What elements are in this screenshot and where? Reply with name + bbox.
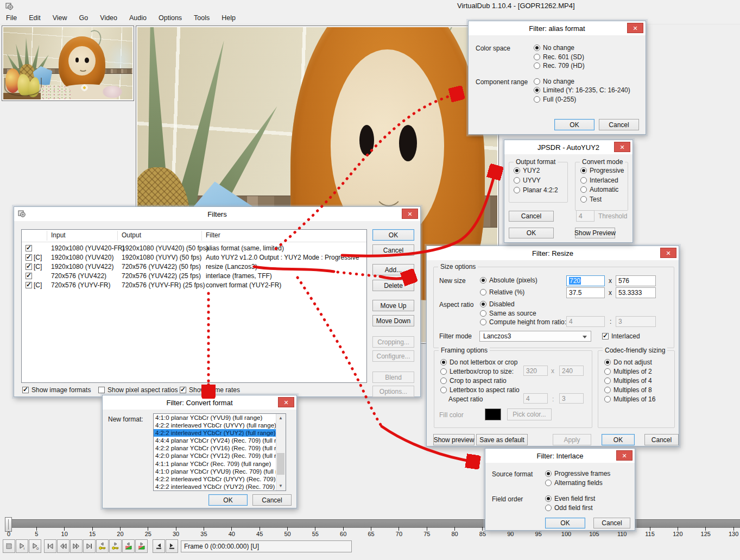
radio-progressive[interactable]: Progressive xyxy=(580,166,624,174)
radio-automatic[interactable]: Automatic xyxy=(580,185,618,193)
menu-options[interactable]: Options xyxy=(153,12,188,24)
filter-mode-dropdown[interactable]: Lanczos3 xyxy=(479,331,591,342)
close-icon[interactable]: ✕ xyxy=(627,23,643,33)
close-icon[interactable]: ✕ xyxy=(660,248,676,258)
ok-button[interactable]: OK xyxy=(545,518,585,528)
radio-planar422[interactable]: Planar 4:2:2 xyxy=(514,186,558,194)
ok-button[interactable]: OK xyxy=(208,494,248,506)
mark-out-button[interactable] xyxy=(166,539,178,553)
cancel-button[interactable]: Cancel xyxy=(599,119,639,130)
ok-button[interactable]: OK xyxy=(509,228,554,238)
scrollbar[interactable]: ▲ ▼ xyxy=(276,414,286,490)
radio-same-as-source[interactable]: Same as source xyxy=(480,309,536,317)
letterbox-w-input[interactable]: 320 xyxy=(523,366,548,376)
list-item[interactable]: 4:1:0 planar YCbCr (YVU9) (full range) xyxy=(154,414,286,421)
radio-multiples-2[interactable]: Multiples of 2 xyxy=(604,367,652,375)
next-scene-button[interactable] xyxy=(135,539,148,553)
play-output-button[interactable]: O xyxy=(29,539,41,553)
list-item[interactable]: 4:2:2 interleaved YCbCr (UYVY) (full ran… xyxy=(154,421,286,429)
delete-button[interactable]: Delete xyxy=(372,280,414,291)
radio-range-full[interactable]: Full (0-255) xyxy=(534,95,576,103)
list-item[interactable]: 4:1:0 planar YCbCr (YVU9) (Rec. 709) (fu… xyxy=(154,468,286,475)
cancel-button[interactable]: Cancel xyxy=(593,518,630,528)
rel-width-input[interactable]: 37.5 xyxy=(566,287,605,298)
radio-letterbox-size[interactable]: Letterbox/crop to size: xyxy=(440,367,514,375)
menu-go[interactable]: Go xyxy=(73,12,94,24)
menu-edit[interactable]: Edit xyxy=(23,12,47,24)
menu-audio[interactable]: Audio xyxy=(123,12,153,24)
radio-odd-field-first[interactable]: Odd field first xyxy=(545,504,593,512)
blend-button[interactable]: Blend xyxy=(372,372,414,383)
filter-enabled-checkbox[interactable] xyxy=(26,273,32,279)
show-frame-rates-checkbox[interactable]: Show frame rates xyxy=(180,386,240,394)
list-item[interactable]: 4:4:4 planar YCbCr (YV24) (Rec. 709) (fu… xyxy=(154,437,286,444)
list-item[interactable]: 4:2:2 interleaved YCbCr (UYVY) (Rec. 709… xyxy=(154,475,286,483)
cancel-button[interactable]: Cancel xyxy=(509,211,554,222)
scrollbar-thumb[interactable] xyxy=(277,453,284,475)
radio-do-not-adjust[interactable]: Do not adjust xyxy=(604,358,652,366)
radio-uyvy[interactable]: UYVY xyxy=(514,176,541,184)
save-default-button[interactable]: Save as default xyxy=(476,434,528,445)
close-icon[interactable]: ✕ xyxy=(278,397,294,407)
close-icon[interactable]: ✕ xyxy=(402,209,418,219)
table-row[interactable]: 720x576 (YUV422) 720x576 (YUV422) (25 fp… xyxy=(22,272,366,281)
options-button[interactable]: Options... xyxy=(372,386,414,397)
pick-color-button[interactable]: Pick color... xyxy=(507,408,552,420)
stop-button[interactable] xyxy=(3,539,15,553)
close-icon[interactable]: ✕ xyxy=(616,450,633,461)
radio-rec709[interactable]: Rec. 709 (HD) xyxy=(534,61,585,70)
table-row[interactable]: [C] 1920x1080 (YUV420) 1920x1080 (YUYV) … xyxy=(22,253,366,262)
filter-enabled-checkbox[interactable] xyxy=(26,263,32,270)
rel-height-input[interactable]: 53.3333 xyxy=(616,287,656,298)
radio-rec601[interactable]: Rec. 601 (SD) xyxy=(534,53,584,61)
ok-button[interactable]: OK xyxy=(554,119,594,130)
show-pixel-aspect-checkbox[interactable]: Show pixel aspect ratios xyxy=(98,386,178,394)
menu-video[interactable]: Video xyxy=(94,12,123,24)
add-button[interactable]: Add... xyxy=(372,264,414,275)
radio-interlaced[interactable]: Interlaced xyxy=(580,176,618,184)
table-row[interactable]: 1920x1080 (YUV420-FR) 1920x1080 (YUV420)… xyxy=(22,244,366,253)
cancel-button[interactable]: Cancel xyxy=(644,434,679,445)
ratio-w-input[interactable]: 4 xyxy=(566,316,605,327)
ratio-h-input[interactable]: 3 xyxy=(616,316,656,327)
framing-ratio-h-input[interactable]: 3 xyxy=(559,393,584,404)
radio-multiples-4[interactable]: Multiples of 4 xyxy=(604,376,652,385)
close-icon[interactable]: ✕ xyxy=(614,142,630,152)
show-preview-button[interactable]: Show Preview xyxy=(575,228,615,238)
filter-list[interactable]: Input Output Filter 1920x1080 (YUV420-FR… xyxy=(21,229,367,383)
mark-in-button[interactable] xyxy=(153,539,165,553)
radio-crop-aspect[interactable]: Crop to aspect ratio xyxy=(440,376,507,385)
height-input[interactable]: 576 xyxy=(616,275,656,286)
filter-enabled-checkbox[interactable] xyxy=(26,254,32,261)
radio-no-letterbox[interactable]: Do not letterbox or crop xyxy=(440,358,517,366)
radio-letterbox-aspect[interactable]: Letterbox to aspect ratio xyxy=(440,386,520,394)
move-down-button[interactable]: Move Down xyxy=(372,315,414,326)
framing-ratio-w-input[interactable]: 4 xyxy=(523,393,548,404)
list-item[interactable]: 4:2:2 interleaved YCbCr (YUY2) (Rec. 709… xyxy=(154,483,286,490)
cropping-button[interactable]: Cropping... xyxy=(372,336,414,348)
menu-tools[interactable]: Tools xyxy=(188,12,216,24)
menu-view[interactable]: View xyxy=(47,12,73,24)
radio-test[interactable]: Test xyxy=(580,195,602,203)
show-image-formats-checkbox[interactable]: Show image formats xyxy=(22,386,91,394)
step-forward-button[interactable] xyxy=(70,539,83,553)
show-preview-button[interactable]: Show preview xyxy=(433,434,475,445)
radio-absolute[interactable]: Absolute (pixels) xyxy=(480,276,537,284)
format-listbox[interactable]: 4:1:0 planar YCbCr (YVU9) (full range) 4… xyxy=(153,413,286,491)
skip-to-end-button[interactable] xyxy=(83,539,96,553)
radio-range-no-change[interactable]: No change xyxy=(534,77,574,85)
move-up-button[interactable]: Move Up xyxy=(372,300,414,311)
ok-button[interactable]: OK xyxy=(372,229,414,241)
filter-enabled-checkbox[interactable] xyxy=(26,245,32,251)
scroll-up-icon[interactable]: ▲ xyxy=(276,414,285,423)
radio-progressive-frames[interactable]: Progressive frames xyxy=(545,469,610,477)
apply-button[interactable]: Apply xyxy=(553,434,591,445)
next-keyframe-button[interactable] xyxy=(109,539,122,553)
cancel-button[interactable]: Cancel xyxy=(252,494,292,506)
list-item-selected[interactable]: 4:2:2 interleaved YCbCr (YUY2) (full ran… xyxy=(154,429,286,437)
filter-enabled-checkbox[interactable] xyxy=(26,282,32,288)
radio-multiples-16[interactable]: Multiples of 16 xyxy=(604,395,655,403)
menu-file[interactable]: File xyxy=(0,12,23,24)
letterbox-h-input[interactable]: 240 xyxy=(559,366,584,376)
prev-keyframe-button[interactable] xyxy=(96,539,109,553)
